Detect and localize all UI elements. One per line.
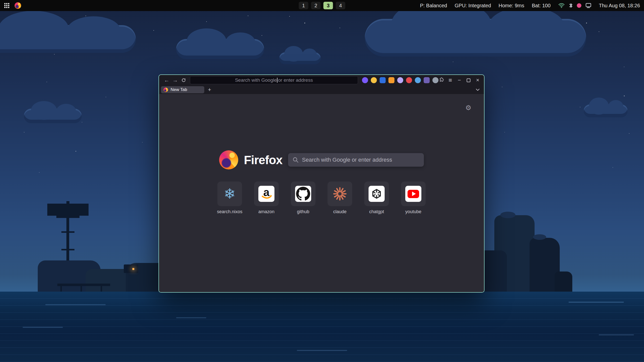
- shortcut-label: github: [297, 209, 309, 214]
- extensions-button[interactable]: [438, 77, 444, 83]
- puzzle-icon: [438, 77, 444, 83]
- wave-streak: [599, 334, 634, 335]
- shortcut-youtube[interactable]: youtube: [401, 182, 426, 214]
- minimize-button[interactable]: −: [457, 77, 462, 83]
- shortcut-tiles: ❄ search.nixos a amazon: [159, 182, 484, 214]
- extension-icon[interactable]: [415, 77, 421, 83]
- wave-streak: [45, 304, 106, 305]
- search-icon: [293, 157, 299, 163]
- youtube-play-icon: [408, 190, 419, 198]
- reload-button[interactable]: [179, 76, 188, 84]
- new-tab-page: ⚙ Firefox ❄ search.nixos: [159, 94, 484, 292]
- urlbar[interactable]: [190, 76, 358, 84]
- claude-starburst-icon: [333, 187, 347, 201]
- back-button[interactable]: ←: [163, 76, 171, 84]
- new-tab-button[interactable]: +: [206, 86, 213, 93]
- bluetooth-icon[interactable]: [569, 3, 573, 8]
- power-profile-status: P: Balanced: [420, 3, 447, 9]
- reload-icon: [181, 78, 186, 83]
- tab-title: New Tab: [171, 87, 187, 92]
- maximize-button[interactable]: [467, 78, 470, 82]
- extension-icon[interactable]: [424, 77, 430, 83]
- display-icon[interactable]: [585, 3, 591, 8]
- status-bar: 1 2 3 4 P: Balanced GPU: Integrated Home…: [0, 0, 644, 11]
- hut-light: [132, 268, 134, 270]
- extension-icon[interactable]: [380, 77, 386, 83]
- wave-streak: [23, 327, 63, 328]
- firefox-window: ← →: [158, 74, 485, 293]
- back-icon: ←: [164, 77, 170, 83]
- workspace-3-active[interactable]: 3: [324, 2, 333, 9]
- battery-status: Bat: 100: [532, 3, 551, 9]
- gpu-status: GPU: Integrated: [455, 3, 491, 9]
- shortcut-label: claude: [333, 209, 346, 214]
- firefox-wordmark: Firefox: [244, 153, 282, 167]
- firefox-icon[interactable]: [15, 2, 21, 9]
- extension-icon[interactable]: [371, 77, 377, 83]
- shortcut-label: chatgpt: [369, 209, 384, 214]
- shortcut-chatgpt[interactable]: chatgpt: [364, 182, 389, 214]
- menu-button[interactable]: ≡: [449, 77, 452, 84]
- cloud: [24, 109, 82, 123]
- ocean: [0, 292, 644, 362]
- minimize-icon: −: [458, 77, 461, 83]
- tab-new-tab[interactable]: New Tab: [161, 86, 204, 93]
- openai-logo-icon: [371, 188, 382, 200]
- workspace-2[interactable]: 2: [311, 2, 321, 9]
- firefox-favicon: [164, 87, 168, 92]
- extension-icon[interactable]: [397, 77, 403, 83]
- shortcut-amazon[interactable]: a amazon: [254, 182, 279, 214]
- wave-streak: [297, 350, 347, 351]
- github-octocat-icon: [296, 187, 310, 201]
- newtab-hero: Firefox: [159, 150, 484, 169]
- newtab-search-bar[interactable]: [288, 153, 424, 167]
- shortcut-github[interactable]: github: [291, 182, 316, 214]
- workspace-switcher: 1 2 3 4: [299, 0, 345, 11]
- hamburger-icon: ≡: [449, 77, 452, 84]
- shortcut-label: search.nixos: [217, 209, 242, 214]
- extension-icon[interactable]: [406, 77, 412, 83]
- cloud: [0, 25, 136, 53]
- forward-button[interactable]: →: [171, 76, 180, 84]
- clock: Thu Aug 08, 18:26: [599, 3, 640, 9]
- personalize-button[interactable]: ⚙: [465, 105, 471, 111]
- app-grid-icon: [4, 3, 10, 8]
- cloud: [176, 39, 264, 59]
- wave-streak: [176, 317, 206, 318]
- plus-icon: +: [208, 86, 211, 93]
- extension-icons: [362, 77, 438, 83]
- island-left: [35, 201, 176, 292]
- cloud: [584, 104, 628, 117]
- nixos-snowflake-icon: ❄: [224, 187, 236, 201]
- text-caret: [277, 78, 277, 83]
- shortcut-search-nixos[interactable]: ❄ search.nixos: [217, 182, 242, 214]
- extension-icon[interactable]: [362, 77, 368, 83]
- navigation-toolbar: ← →: [159, 75, 484, 85]
- urlbar-input[interactable]: [190, 76, 358, 84]
- cloud: [279, 52, 321, 64]
- close-icon: ×: [476, 77, 479, 83]
- indicator-icon[interactable]: [577, 3, 581, 8]
- close-button[interactable]: ×: [475, 77, 480, 83]
- extension-icon[interactable]: [432, 77, 438, 83]
- chevron-down-icon: [476, 88, 480, 91]
- firefox-logo: [219, 150, 238, 169]
- home-latency-status: Home: 9ms: [499, 3, 524, 9]
- list-all-tabs-button[interactable]: [474, 87, 481, 93]
- maximize-icon: [467, 78, 470, 82]
- extension-icon[interactable]: [388, 77, 394, 83]
- shortcut-claude[interactable]: claude: [327, 182, 352, 214]
- forward-icon: →: [172, 77, 178, 83]
- newtab-search-input[interactable]: [288, 153, 424, 167]
- wifi-icon[interactable]: [558, 3, 565, 8]
- shortcut-label: youtube: [405, 209, 421, 214]
- tab-bar: New Tab +: [159, 85, 484, 94]
- app-launcher-button[interactable]: [4, 3, 10, 8]
- workspace-1[interactable]: 1: [299, 2, 308, 9]
- gear-icon: ⚙: [465, 104, 471, 112]
- wave-streak: [569, 302, 624, 303]
- cloud: [365, 19, 586, 57]
- island-right: [479, 215, 575, 292]
- shortcut-label: amazon: [258, 209, 274, 214]
- workspace-4[interactable]: 4: [336, 2, 345, 9]
